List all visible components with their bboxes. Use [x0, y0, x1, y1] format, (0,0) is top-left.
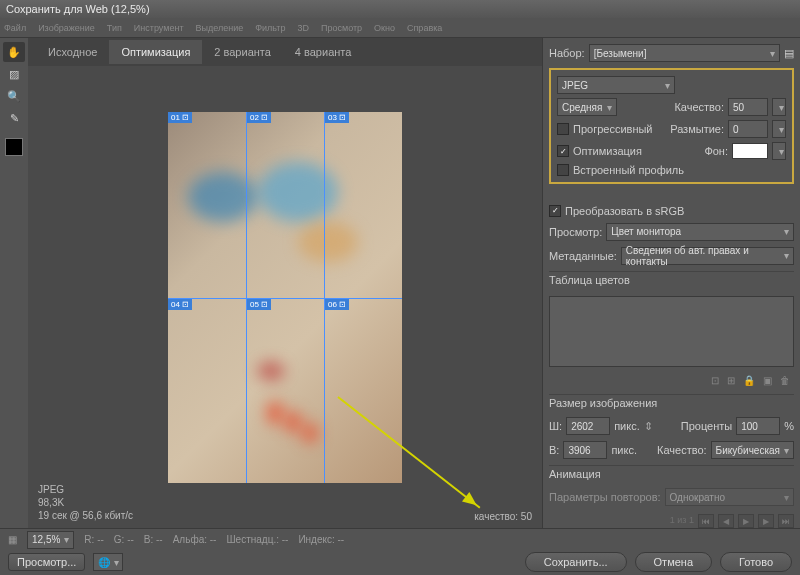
metadata-label: Метаданные:: [549, 250, 617, 262]
height-input[interactable]: [563, 441, 607, 459]
zoom-select[interactable]: 12,5%: [27, 531, 74, 549]
repeat-label: Параметры повторов:: [549, 491, 661, 503]
slice-tag: 02⊡: [247, 112, 271, 123]
animation-title: Анимация: [549, 465, 794, 482]
slice-tool-icon[interactable]: ▨: [3, 64, 25, 84]
prev-frame-icon: ◀: [718, 514, 734, 528]
resample-select[interactable]: Бикубическая: [711, 441, 794, 459]
percent-input[interactable]: [736, 417, 780, 435]
preset-label: Набор:: [549, 47, 585, 59]
quality-input[interactable]: [728, 98, 768, 116]
cancel-button[interactable]: Отмена: [635, 552, 712, 572]
browser-select[interactable]: 🌐: [93, 553, 123, 571]
color-table: [549, 296, 794, 367]
percent-label: Проценты: [681, 420, 732, 432]
width-label: Ш:: [549, 420, 562, 432]
image-size-title: Размер изображения: [549, 394, 794, 411]
trash-icon[interactable]: 🗑: [780, 375, 790, 386]
zoom-tool-icon[interactable]: 🔍: [3, 86, 25, 106]
optimized-label: Оптимизация: [573, 145, 642, 157]
menu-item[interactable]: Окно: [374, 23, 395, 33]
view-tabs: Исходное Оптимизация 2 варианта 4 вариан…: [28, 38, 542, 66]
grid-icon[interactable]: ▦: [8, 534, 17, 545]
embed-profile-label: Встроенный профиль: [573, 164, 684, 176]
play-icon: ▶: [738, 514, 754, 528]
b-value: B: --: [144, 534, 163, 545]
lock-color-icon[interactable]: 🔒: [743, 375, 755, 386]
color-table-toolbar: ⊡ ⊞ 🔒 ▣ 🗑: [549, 373, 794, 388]
matte-colorwell[interactable]: [732, 143, 768, 159]
format-info: JPEG 98,3K 19 сек @ 56,6 кбит/с: [38, 483, 133, 522]
format-settings-group: JPEG Средняя Качество: Прогрессивный Раз…: [549, 68, 794, 184]
image-canvas[interactable]: 01⊡ 02⊡ 03⊡ 04⊡ 05⊡ 06⊡: [168, 112, 402, 483]
preview-label: Просмотр:: [549, 226, 602, 238]
matte-dropdown-icon[interactable]: [772, 142, 786, 160]
height-label: В:: [549, 444, 559, 456]
slice-tag: 05⊡: [247, 299, 271, 310]
menu-item[interactable]: Изображение: [38, 23, 95, 33]
window-title: Сохранить для Web (12,5%): [6, 3, 150, 15]
preview-select[interactable]: Цвет монитора: [606, 223, 794, 241]
blur-dropdown-icon[interactable]: [772, 120, 786, 138]
hex-value: Шестнадц.: --: [226, 534, 288, 545]
width-input[interactable]: [566, 417, 610, 435]
index-value: Индекс: --: [298, 534, 344, 545]
g-value: G: --: [114, 534, 134, 545]
footer: ▦ 12,5% R: -- G: -- B: -- Альфа: -- Шест…: [0, 528, 800, 574]
metadata-select[interactable]: Сведения об авт. правах и контакты: [621, 247, 794, 265]
preset-select[interactable]: [Безымени]: [589, 44, 780, 62]
progressive-label: Прогрессивный: [573, 123, 653, 135]
menu-item[interactable]: 3D: [297, 23, 309, 33]
optimized-checkbox[interactable]: ✓: [557, 145, 569, 157]
format-select[interactable]: JPEG: [557, 76, 675, 94]
frame-count: 1 из 1: [670, 515, 694, 525]
blur-label: Размытие:: [670, 123, 724, 135]
menu-item[interactable]: Выделение: [196, 23, 244, 33]
tab-optimized[interactable]: Оптимизация: [109, 40, 202, 64]
preview-area[interactable]: 01⊡ 02⊡ 03⊡ 04⊡ 05⊡ 06⊡ JPEG 98,3K 19 се…: [28, 66, 542, 528]
new-color-icon[interactable]: ▣: [763, 375, 772, 386]
flyout-menu-icon[interactable]: ▤: [784, 47, 794, 60]
tab-original[interactable]: Исходное: [36, 40, 109, 64]
matte-label: Фон:: [704, 145, 728, 157]
last-frame-icon: ⏭: [778, 514, 794, 528]
quality-preset-select[interactable]: Средняя: [557, 98, 617, 116]
next-frame-icon: ▶: [758, 514, 774, 528]
map-icon[interactable]: ⊞: [727, 375, 735, 386]
repeat-select: Однократно: [665, 488, 794, 506]
menu-item[interactable]: Просмотр: [321, 23, 362, 33]
menu-item[interactable]: Файл: [4, 23, 26, 33]
quality-dropdown-icon[interactable]: [772, 98, 786, 116]
embed-profile-checkbox[interactable]: [557, 164, 569, 176]
slice-tag: 03⊡: [325, 112, 349, 123]
menu-item[interactable]: Справка: [407, 23, 442, 33]
menu-item[interactable]: Фильтр: [255, 23, 285, 33]
quality-label: Качество:: [674, 101, 724, 113]
lock-icon[interactable]: ⊡: [711, 375, 719, 386]
link-dimensions-icon[interactable]: ⇕: [644, 420, 654, 433]
browser-preview-button[interactable]: Просмотр...: [8, 553, 85, 571]
tab-4up[interactable]: 4 варианта: [283, 40, 364, 64]
srgb-label: Преобразовать в sRGB: [565, 205, 684, 217]
first-frame-icon: ⏮: [698, 514, 714, 528]
eyedropper-tool-icon[interactable]: ✎: [3, 108, 25, 128]
color-table-title: Таблица цветов: [549, 271, 794, 288]
menu-item[interactable]: Тип: [107, 23, 122, 33]
progressive-checkbox[interactable]: [557, 123, 569, 135]
hand-tool-icon[interactable]: ✋: [3, 42, 25, 62]
tab-2up[interactable]: 2 варианта: [202, 40, 283, 64]
title-bar: Сохранить для Web (12,5%): [0, 0, 800, 18]
r-value: R: --: [84, 534, 103, 545]
done-button[interactable]: Готово: [720, 552, 792, 572]
quality-info: качество: 50: [474, 511, 532, 522]
srgb-checkbox[interactable]: ✓: [549, 205, 561, 217]
menu-bar: Файл Изображение Тип Инструмент Выделени…: [0, 18, 800, 38]
slice-tag: 04⊡: [168, 299, 192, 310]
save-button[interactable]: Сохранить...: [525, 552, 627, 572]
blur-input[interactable]: [728, 120, 768, 138]
color-swatch[interactable]: [5, 138, 23, 156]
settings-panel: Набор: [Безымени] ▤ JPEG Средняя Качеств…: [542, 38, 800, 528]
resample-label: Качество:: [657, 444, 707, 456]
slice-tag: 01⊡: [168, 112, 192, 123]
menu-item[interactable]: Инструмент: [134, 23, 184, 33]
